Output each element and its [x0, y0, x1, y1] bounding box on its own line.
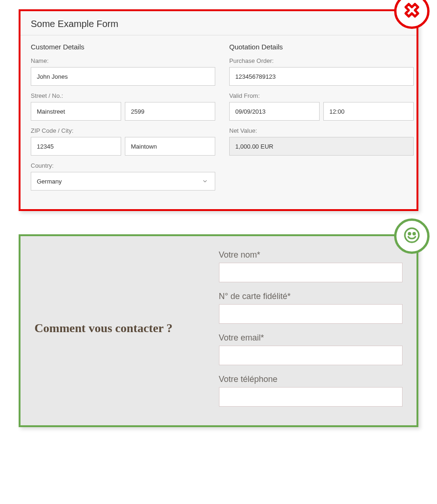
good-example-panel: Comment vous contacter ? Votre nom* N° d…: [19, 234, 418, 427]
customer-details-column: Customer Details Name: Street / No.: ZIP…: [31, 43, 215, 197]
card-field-group: N° de carte fidélité*: [219, 292, 403, 324]
country-value: Germany: [37, 178, 61, 185]
valid-label: Valid From:: [229, 92, 414, 99]
g-phone-input[interactable]: [219, 387, 403, 407]
email-field-group: Votre email*: [219, 333, 403, 365]
g-card-label: N° de carte fidélité*: [219, 292, 403, 301]
phone-field-group: Votre téléphone: [219, 375, 403, 407]
smiley-icon: [403, 226, 421, 246]
name-input[interactable]: [31, 67, 215, 86]
contact-heading: Comment vous contacter ?: [34, 321, 172, 335]
g-name-input[interactable]: [219, 263, 403, 282]
quotation-details-column: Quotation Details Purchase Order: Valid …: [229, 43, 414, 197]
cross-icon: [403, 1, 421, 21]
zipcity-label: ZIP Code / City:: [31, 127, 215, 134]
quotation-heading: Quotation Details: [229, 43, 414, 51]
chevron-down-icon: [202, 178, 208, 184]
svg-point-0: [405, 228, 419, 242]
g-phone-label: Votre téléphone: [219, 375, 403, 384]
customer-heading: Customer Details: [31, 43, 215, 51]
country-label: Country:: [31, 162, 215, 169]
valid-date-input[interactable]: [229, 102, 320, 121]
zip-input[interactable]: [31, 137, 121, 156]
good-badge: [394, 218, 430, 254]
name-label: Name:: [31, 57, 215, 64]
svg-point-1: [409, 233, 410, 235]
valid-time-input[interactable]: [323, 102, 414, 121]
po-input[interactable]: [229, 67, 414, 86]
net-value-input: [229, 137, 414, 156]
street-no-input[interactable]: [125, 102, 215, 121]
svg-point-2: [413, 233, 415, 235]
country-select[interactable]: Germany: [31, 172, 215, 191]
g-email-label: Votre email*: [219, 333, 403, 343]
city-input[interactable]: [125, 137, 215, 156]
po-label: Purchase Order:: [229, 57, 414, 64]
g-name-label: Votre nom*: [219, 250, 403, 260]
name-field-group: Votre nom*: [219, 250, 403, 282]
bad-example-panel: Some Example Form Customer Details Name:…: [19, 9, 418, 211]
net-label: Net Value:: [229, 127, 414, 134]
street-label: Street / No.:: [31, 92, 215, 99]
g-email-input[interactable]: [219, 346, 403, 365]
form-title: Some Example Form: [20, 11, 417, 35]
street-input[interactable]: [31, 102, 121, 121]
g-card-input[interactable]: [219, 304, 403, 324]
